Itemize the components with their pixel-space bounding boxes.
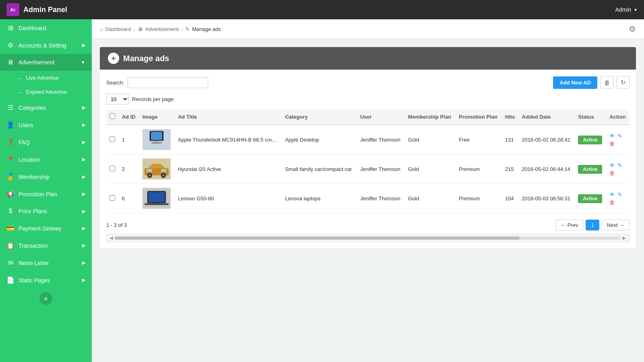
row-checkbox-0	[106, 125, 119, 154]
view-icon-0[interactable]: 👁	[609, 133, 615, 139]
user-dropdown-arrow[interactable]: ▼	[634, 8, 638, 12]
th-user: User	[357, 109, 405, 125]
advertisement-icon: 🖥	[6, 59, 14, 66]
search-input[interactable]	[128, 77, 208, 88]
sidebar-item-transaction[interactable]: 📋 Transaction ▶	[0, 237, 92, 254]
prev-page-button[interactable]: ← Prev	[555, 220, 583, 230]
sidebar-item-accounts-setting[interactable]: ⚙ Accounts & Setting ▶	[0, 37, 92, 54]
row-image-0	[139, 125, 175, 154]
th-image: Image	[139, 109, 175, 125]
price-plans-arrow-icon: ▶	[82, 209, 85, 214]
sidebar-item-users[interactable]: 👤 Users ▶	[0, 116, 92, 134]
sidebar-item-news-letter[interactable]: ✉ News-Letter ▶	[0, 254, 92, 272]
th-category: Category	[282, 109, 357, 125]
scroll-track[interactable]	[115, 237, 621, 240]
row-promotion-plan-1: Premium	[456, 154, 502, 184]
live-advertise-label: Live Advertise	[26, 75, 59, 81]
sidebar-item-dashboard[interactable]: ⊞ Dashboard	[0, 19, 92, 37]
row-action-2: 👁 ✎ 🗑	[606, 184, 630, 213]
table-toolbar: Search: Add New AD 🗑 ↻	[106, 76, 630, 89]
row-category-0: Apple Desktop	[282, 125, 357, 154]
svg-rect-2	[151, 132, 162, 140]
row-hits-0: 131	[502, 125, 519, 154]
settings-gear-button[interactable]: ⚙	[629, 24, 636, 34]
row-status-1: Active	[575, 154, 606, 184]
payment-arrow-icon: ▶	[82, 226, 85, 231]
view-icon-1[interactable]: 👁	[609, 162, 615, 169]
sidebar-collapse-button[interactable]: «	[39, 292, 52, 305]
breadcrumb-current: Manage ads	[192, 26, 221, 32]
sidebar-item-membership[interactable]: 🏅 Membership ▶	[0, 168, 92, 185]
delete-icon-2[interactable]: 🗑	[609, 200, 615, 206]
sidebar-item-static-pages[interactable]: 📄 Static Pages ▶	[0, 272, 92, 289]
svg-rect-4	[151, 142, 162, 144]
sidebar-item-advertisement[interactable]: 🖥 Advertisement ▼	[0, 54, 92, 71]
add-new-ad-button[interactable]: Add New AD	[553, 76, 597, 89]
ad-image-0	[142, 129, 171, 150]
sidebar-item-location[interactable]: 📍 Location ▶	[0, 151, 92, 168]
sidebar-label-location: Location	[19, 156, 40, 163]
next-page-button[interactable]: Next →	[602, 220, 630, 230]
sidebar-item-price-plans[interactable]: $ Price Plans ▶	[0, 203, 92, 220]
row-checkbox-2	[106, 184, 119, 213]
sidebar-item-categories[interactable]: ☰ Categories ▶	[0, 99, 92, 116]
sidebar-label-transaction: Transaction	[19, 243, 48, 249]
pagination-controls: ← Prev 1 Next →	[555, 220, 630, 230]
row-hits-2: 104	[502, 184, 519, 213]
breadcrumb: ⌂ Dashboard › 🖥 Advertisement › ✎ Manage…	[100, 26, 221, 32]
status-badge-2: Active	[578, 194, 602, 203]
delete-icon-1[interactable]: 🗑	[609, 170, 615, 176]
location-arrow-icon: ▶	[82, 157, 85, 162]
th-promotion-plan: Promotion Plan	[456, 109, 502, 125]
row-ad-id-1: 2	[119, 154, 139, 184]
row-hits-1: 215	[502, 154, 519, 184]
sidebar-subitem-expired-advertise[interactable]: Expired Advertise	[0, 85, 92, 99]
breadcrumb-dashboard[interactable]: Dashboard	[105, 26, 131, 32]
delete-icon-0[interactable]: 🗑	[609, 141, 615, 147]
sidebar-subitem-live-advertise[interactable]: Live Advertise	[0, 71, 92, 85]
breadcrumb-advertisement[interactable]: Advertisement	[145, 26, 179, 32]
svg-rect-7	[147, 169, 152, 172]
ad-image-2	[142, 188, 171, 209]
sidebar-item-faq[interactable]: ❓ FAQ ▶	[0, 134, 92, 151]
scroll-left-arrow[interactable]: ◀	[110, 236, 113, 240]
row-category-2: Lenova laptops	[282, 184, 357, 213]
row-select-checkbox-2[interactable]	[109, 195, 115, 201]
th-hits: Hits	[502, 109, 519, 125]
users-arrow-icon: ▶	[82, 122, 85, 128]
sidebar-item-promotion-plan[interactable]: 📢 Promotion Plan ▶	[0, 185, 92, 203]
scroll-right-arrow[interactable]: ▶	[623, 236, 626, 240]
th-ad-title: Ad Title	[175, 109, 282, 125]
main-content: ⌂ Dashboard › 🖥 Advertisement › ✎ Manage…	[92, 19, 644, 362]
row-user-2: Jeniffer Thomson	[357, 184, 405, 213]
edit-icon-2[interactable]: ✎	[617, 191, 622, 198]
page-1-button[interactable]: 1	[586, 220, 599, 230]
row-select-checkbox-0[interactable]	[109, 136, 115, 142]
table-row: 1 Apple Thunderbolt MC914HN-B 68.5 cm...…	[106, 125, 630, 154]
edit-icon-0[interactable]: ✎	[617, 133, 622, 139]
faq-icon: ❓	[6, 138, 14, 146]
table-header-row: Ad ID Image Ad Title Category User Membe…	[106, 109, 630, 125]
edit-icon-1[interactable]: ✎	[617, 162, 622, 169]
sidebar-label-static-pages: Static Pages	[19, 277, 50, 284]
row-checkbox-1	[106, 154, 119, 184]
horizontal-scrollbar[interactable]: ◀ ▶	[106, 234, 630, 242]
delete-all-button[interactable]: 🗑	[601, 76, 613, 89]
records-per-page-select[interactable]: 10 25 50 100	[106, 94, 129, 105]
faq-arrow-icon: ▶	[82, 140, 85, 145]
row-select-checkbox-1[interactable]	[109, 166, 115, 171]
view-icon-2[interactable]: 👁	[609, 191, 615, 198]
refresh-button[interactable]: ↻	[617, 76, 630, 89]
breadcrumb-icon-manage: ✎	[185, 26, 190, 32]
row-action-1: 👁 ✎ 🗑	[606, 154, 630, 184]
th-ad-id: Ad ID	[119, 109, 139, 125]
app-title: Admin Panel	[23, 6, 67, 14]
breadcrumb-icon-advertisement: 🖥	[138, 26, 143, 32]
select-all-checkbox[interactable]	[109, 113, 115, 119]
svg-rect-15	[149, 192, 165, 202]
status-badge-1: Active	[578, 165, 602, 174]
plus-icon: +	[108, 53, 119, 64]
sidebar-item-payment-getway[interactable]: 💳 Payment Getway ▶	[0, 220, 92, 237]
row-added-date-0: 2016-05-02 06:28:42	[518, 125, 575, 154]
content-area: + Manage ads Search: Add New AD 🗑	[92, 39, 644, 362]
